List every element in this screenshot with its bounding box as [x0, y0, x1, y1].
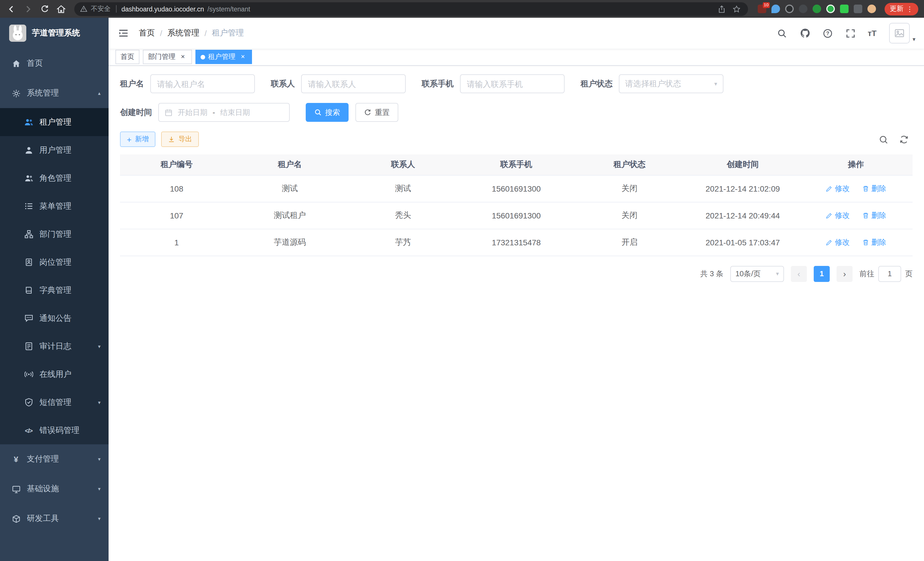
active-dot: [201, 55, 205, 59]
extensions-puzzle-icon[interactable]: [854, 5, 862, 13]
close-icon[interactable]: ×: [179, 53, 187, 61]
browser-back-icon[interactable]: [6, 3, 17, 15]
sidebar-item-label: 研发工具: [27, 514, 59, 524]
github-icon[interactable]: [799, 27, 811, 39]
sidebar-item-role-management[interactable]: 角色管理: [0, 164, 109, 192]
sidebar-toggle-icon[interactable]: [117, 27, 130, 39]
extension-icon[interactable]: [785, 5, 794, 13]
next-page-button[interactable]: ›: [837, 266, 853, 282]
column-header[interactable]: 租户状态: [573, 154, 686, 175]
column-header[interactable]: 联系人: [346, 154, 460, 175]
search-button[interactable]: 搜索: [306, 103, 349, 122]
app-frame: 芋道管理系统 首页 系统管理 ▴: [0, 18, 924, 561]
cell-phone: 15601691300: [460, 175, 573, 202]
avatar: [889, 23, 910, 44]
add-button[interactable]: + 新增: [120, 132, 155, 147]
font-size-icon[interactable]: ᴛT: [868, 29, 877, 38]
help-icon[interactable]: ?: [822, 27, 833, 39]
phone-input[interactable]: [460, 74, 565, 93]
column-header[interactable]: 租户编号: [120, 154, 233, 175]
export-button[interactable]: 导出: [161, 132, 199, 147]
tab-tenant-management[interactable]: 租户管理 ×: [195, 50, 252, 64]
sidebar-item-infrastructure[interactable]: 基础设施 ▾: [0, 474, 109, 504]
column-header[interactable]: 联系手机: [460, 154, 573, 175]
column-header[interactable]: 创建时间: [686, 154, 799, 175]
column-header[interactable]: 租户名: [233, 154, 346, 175]
tab-label: 部门管理: [148, 52, 176, 62]
prev-page-button[interactable]: ‹: [791, 266, 807, 282]
browser-home-icon[interactable]: [56, 3, 67, 15]
tenant-name-input[interactable]: [150, 74, 255, 93]
edit-button[interactable]: 修改: [826, 210, 850, 220]
status-select[interactable]: 请选择租户状态 ▾: [619, 74, 723, 93]
page-size-select[interactable]: 10条/页 ▾: [730, 266, 784, 282]
date-end-placeholder: 结束日期: [220, 107, 250, 117]
pagination-goto: 前往 页: [860, 266, 913, 282]
browser-forward-icon[interactable]: [22, 3, 34, 15]
notice-bubble-icon: [24, 314, 33, 323]
calendar-icon: [165, 108, 172, 116]
delete-button[interactable]: 删除: [862, 237, 886, 247]
share-icon[interactable]: [716, 3, 728, 15]
goto-page-input[interactable]: [878, 266, 901, 282]
browser-update-button[interactable]: 更新 ⋮: [885, 3, 918, 15]
delete-button[interactable]: 删除: [862, 183, 886, 194]
edit-button[interactable]: 修改: [826, 183, 850, 194]
sidebar-item-dept-management[interactable]: 部门管理: [0, 220, 109, 248]
fullscreen-icon[interactable]: [845, 27, 856, 39]
delete-button[interactable]: 删除: [862, 210, 886, 220]
omnibox-divider: [116, 5, 116, 13]
contact-input[interactable]: [301, 74, 406, 93]
extension-icon[interactable]: 10: [758, 5, 766, 13]
sidebar-item-post-management[interactable]: 岗位管理: [0, 248, 109, 276]
user-menu[interactable]: ▾: [889, 23, 915, 44]
goto-label: 前往: [860, 268, 874, 279]
cell-tenant-name: 测试租户: [233, 202, 346, 229]
refresh-table-icon[interactable]: [899, 134, 909, 144]
sidebar-item-notice[interactable]: 通知公告: [0, 304, 109, 332]
breadcrumb-item[interactable]: 首页: [139, 28, 155, 38]
sidebar-item-menu-management[interactable]: 菜单管理: [0, 192, 109, 220]
tab-label: 首页: [121, 52, 134, 62]
sidebar-item-tenant-management[interactable]: 租户管理: [0, 108, 109, 136]
toggle-search-icon[interactable]: [878, 134, 889, 144]
date-start-placeholder: 开始日期: [178, 107, 207, 117]
sidebar-item-devtools[interactable]: 研发工具 ▾: [0, 504, 109, 534]
edit-button[interactable]: 修改: [826, 237, 850, 247]
extension-icon[interactable]: [840, 5, 849, 13]
sidebar-item-user-management[interactable]: 用户管理: [0, 136, 109, 164]
field-label: 联系人: [271, 79, 295, 89]
tab-dept-management[interactable]: 部门管理 ×: [143, 50, 192, 64]
reset-button[interactable]: 重置: [356, 103, 398, 122]
security-label[interactable]: 不安全: [91, 5, 111, 13]
sidebar-item-home[interactable]: 首页: [0, 49, 109, 78]
search-icon[interactable]: [776, 27, 788, 39]
address-bar[interactable]: 不安全 dashboard.yudao.iocoder.cn/system/te…: [74, 2, 748, 16]
close-icon[interactable]: ×: [239, 53, 247, 61]
profile-avatar-icon[interactable]: [867, 5, 876, 13]
current-page-button[interactable]: 1: [814, 266, 830, 282]
filter-row-2: 创建时间 开始日期 - 结束日期: [120, 103, 913, 122]
sidebar-item-online-users[interactable]: 在线用户: [0, 360, 109, 388]
extension-icon[interactable]: [771, 5, 780, 13]
sidebar-item-sms-management[interactable]: 短信管理 ▾: [0, 388, 109, 416]
sidebar-item-error-code[interactable]: </> 错误码管理: [0, 416, 109, 444]
trash-icon: [862, 185, 869, 192]
browser-reload-icon[interactable]: [39, 3, 50, 15]
bookmark-star-icon[interactable]: [731, 3, 742, 15]
tags-view: 首页 部门管理 × 租户管理 ×: [109, 49, 924, 66]
sidebar-item-system-management[interactable]: 系统管理 ▴: [0, 78, 109, 108]
main-area: 首页 / 系统管理 / 租户管理 ?: [109, 18, 924, 561]
sidebar-item-audit-log[interactable]: 审计日志 ▾: [0, 332, 109, 360]
breadcrumb-item[interactable]: 系统管理: [167, 28, 200, 38]
extension-icon[interactable]: [799, 5, 807, 13]
date-range-picker[interactable]: 开始日期 - 结束日期: [158, 103, 290, 122]
sidebar-item-dict-management[interactable]: 字典管理: [0, 276, 109, 304]
extension-icon[interactable]: [813, 5, 821, 13]
logo[interactable]: 芋道管理系统: [0, 18, 109, 49]
extension-icon[interactable]: [826, 5, 835, 13]
tab-home[interactable]: 首页: [116, 50, 140, 64]
sidebar-item-payment[interactable]: ¥ 支付管理 ▾: [0, 444, 109, 474]
column-header[interactable]: 操作: [800, 154, 913, 175]
breadcrumb-item-current: 租户管理: [212, 28, 244, 38]
